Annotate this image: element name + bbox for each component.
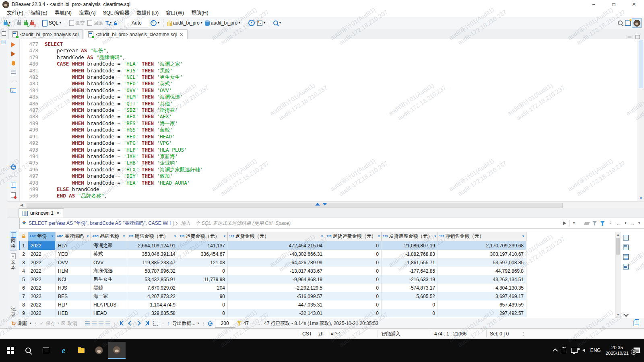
file-status-icon[interactable] — [11, 192, 16, 198]
cell[interactable]: 44,792,869.8 — [438, 267, 526, 275]
export-dropdown[interactable]: ▾ — [198, 322, 199, 325]
scrollbar-thumb[interactable] — [27, 203, 563, 208]
menu-item[interactable]: 导航(N) — [51, 9, 75, 17]
cell[interactable]: 2022 — [28, 250, 56, 258]
dbeaver-perspective-button[interactable] — [632, 18, 642, 28]
cell[interactable]: -64,426,789.99 — [228, 258, 325, 267]
row-number-cell[interactable]: 9 — [19, 309, 28, 317]
duplicate-row-icon[interactable] — [92, 321, 97, 325]
cell[interactable]: 119,885,233.47 — [127, 258, 178, 267]
panel-chevron-icon[interactable] — [623, 312, 629, 317]
code-line[interactable]: 493 WHEN brandCode = 'HLP' THEN 'HLA PLU… — [20, 147, 638, 153]
cancel-button[interactable]: 取消 — [68, 320, 77, 327]
fetch-size-input[interactable] — [215, 319, 235, 328]
column-filter-icon[interactable]: ▼ — [86, 234, 89, 238]
connection-selector[interactable]: audit_bi_pro▾ — [166, 19, 204, 27]
clear-filter-icon[interactable] — [584, 222, 590, 225]
menu-item[interactable]: 搜索(A) — [75, 9, 99, 17]
status-ellipsis[interactable]: … — [257, 321, 262, 326]
column-filter-icon[interactable]: ▼ — [320, 234, 324, 238]
code-line[interactable]: 491 WHEN brandCode = 'HED' THEN 'HEAD' — [20, 134, 638, 140]
save-filter-icon[interactable] — [600, 221, 605, 226]
cell[interactable]: 0 — [325, 267, 382, 275]
row-number-cell[interactable]: 1 — [19, 241, 28, 250]
cell[interactable]: 0 — [178, 300, 228, 309]
editor-horizontal-scrollbar[interactable]: ◀ — [7, 201, 644, 209]
cell[interactable]: HLP — [56, 300, 91, 309]
code-line[interactable]: 478 perYear AS "年份", — [20, 47, 638, 54]
cell[interactable]: HED — [56, 309, 91, 317]
column-header-发货调整金额（元）[interactable]: 123发货调整金额（元）▼ — [382, 232, 438, 241]
code-line[interactable]: 480 CASE WHEN brandCode = 'HLA' THEN '海澜… — [20, 61, 638, 67]
code-line[interactable]: 498 WHEN brandCode = 'HEA' THEN 'HEAD AU… — [20, 180, 638, 186]
cell[interactable]: -2,292,129.5 — [228, 284, 325, 292]
cell[interactable]: -9,964,868.19 — [228, 275, 325, 284]
speaker-icon[interactable] — [582, 348, 585, 352]
column-header-品牌编码[interactable]: ABC品牌编码▼ — [56, 232, 91, 241]
rollback-button[interactable]: 回滚 — [86, 19, 104, 27]
code-line[interactable]: 489 WHEN brandCode = 'BES' THEN '海一家' — [20, 120, 638, 127]
cell[interactable]: YEO — [56, 250, 91, 258]
minimize-button[interactable]: – — [584, 0, 604, 9]
delete-row-icon[interactable] — [99, 321, 103, 325]
custom-filter-icon[interactable] — [592, 221, 597, 226]
cell[interactable]: BES — [56, 292, 91, 300]
refresh-button[interactable]: 刷新 — [18, 320, 28, 327]
cell[interactable]: 0 — [325, 309, 382, 317]
column-header-净销售金额（元）[interactable]: 123净销售金额（元）▼ — [438, 232, 526, 241]
cell[interactable]: 2,170,709,239.68 — [438, 241, 526, 250]
cell[interactable]: -13,817,483.67 — [228, 267, 325, 275]
close-results-icon[interactable]: ✕ — [56, 210, 60, 216]
row-number-cell[interactable]: 3 — [19, 258, 28, 267]
more-dots-icon[interactable]: ⋯⋯ — [9, 174, 17, 178]
statusbar-segment[interactable]: 智能插入 — [378, 330, 431, 337]
start-button[interactable] — [2, 342, 19, 358]
close-button[interactable]: ✕ — [624, 0, 644, 9]
cell[interactable]: HEAD — [91, 309, 127, 317]
code-line[interactable]: 497 WHEN brandCode = 'DIY' THEN '致加' — [20, 173, 638, 179]
dbeaver-taskbar-button-active[interactable] — [108, 342, 126, 359]
editor-tab[interactable]: <audit_bi_pro> analysis_cleartime.sql✕ — [84, 29, 188, 39]
references-panel-icon[interactable] — [623, 264, 629, 269]
cell[interactable]: HLM — [56, 267, 91, 275]
cell[interactable]: 121.08 — [178, 258, 228, 267]
restore-panel-icon[interactable] — [2, 31, 6, 36]
cell[interactable]: -1,882,768.83 — [382, 250, 438, 258]
cell[interactable]: 11,779.98 — [178, 275, 228, 284]
scroll-down-button[interactable]: ▼ — [615, 313, 621, 317]
cell[interactable]: 0 — [325, 258, 382, 267]
cell[interactable]: 141,137 — [178, 241, 228, 250]
row-number-cell[interactable]: 8 — [19, 300, 28, 309]
back-dropdown[interactable]: ▾ — [625, 222, 626, 225]
cell[interactable]: 58,787,996.32 — [127, 267, 178, 275]
menu-item[interactable]: 帮助(H) — [188, 9, 212, 17]
edit-row-icon[interactable] — [105, 321, 110, 325]
next-row-button[interactable] — [136, 321, 140, 326]
column-filter-icon[interactable]: ▼ — [122, 234, 126, 238]
menu-item[interactable]: 文件(F) — [3, 9, 27, 17]
copy-result-icon[interactable] — [634, 321, 638, 326]
cell[interactable]: OVV — [91, 258, 127, 267]
calculator-panel-icon[interactable] — [623, 245, 629, 250]
cell[interactable]: 0 — [382, 309, 438, 317]
grid-corner-cell[interactable] — [19, 232, 28, 241]
transaction-history-button[interactable]: ▾ — [149, 19, 161, 27]
notification-center-button[interactable]: 1 — [634, 348, 640, 353]
cell[interactable]: 2022 — [28, 267, 56, 275]
language-indicator[interactable]: ENG — [590, 348, 601, 353]
connect-button[interactable] — [16, 19, 23, 27]
code-line[interactable]: 487 WHEN brandCode = 'SBZ' THEN '斯搏兹' — [20, 107, 638, 113]
code-line[interactable]: 500 END AS "品牌名称", — [20, 193, 638, 199]
code-line[interactable]: 485 WHEN brandCode = 'HLM' THEN '海澜优选' — [20, 94, 638, 100]
cell[interactable]: 海澜优选 — [91, 267, 127, 275]
forward-dropdown[interactable]: ▾ — [638, 222, 640, 225]
taskbar-search-button[interactable] — [19, 342, 37, 358]
cell[interactable]: 0 — [178, 267, 228, 275]
statusbar-segment[interactable]: Sel: 0 | 0 — [486, 330, 518, 337]
cell[interactable]: 3,697,469.17 — [438, 292, 526, 300]
reconnect-button[interactable]: ↻ — [23, 19, 29, 27]
maximize-editor-icon[interactable] — [636, 35, 640, 39]
cell[interactable]: 53,597,008.85 — [438, 258, 526, 267]
code-line[interactable]: 499 ELSE brandCode — [20, 186, 638, 193]
cell[interactable]: 2022 — [28, 258, 56, 267]
